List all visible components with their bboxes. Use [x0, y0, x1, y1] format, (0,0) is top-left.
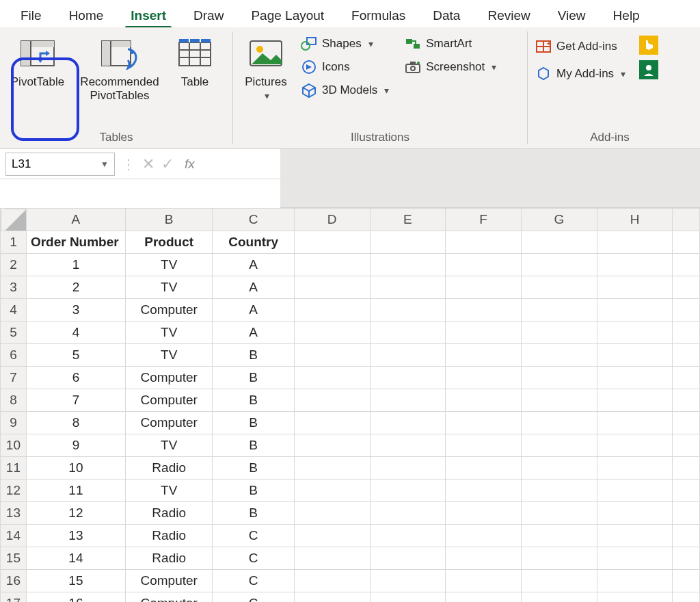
row-header[interactable]: 13	[1, 502, 27, 525]
cell[interactable]	[521, 276, 597, 299]
row-header[interactable]: 6	[1, 344, 27, 367]
cell[interactable]	[597, 547, 673, 570]
cell[interactable]	[597, 502, 673, 525]
cell[interactable]: C	[213, 570, 294, 592]
cell[interactable]	[294, 276, 370, 299]
cell[interactable]: Radio	[125, 547, 212, 570]
cell[interactable]	[597, 231, 673, 254]
cell[interactable]	[673, 389, 700, 412]
cell[interactable]: 15	[26, 570, 125, 592]
cell[interactable]: TV	[125, 276, 212, 299]
cell[interactable]	[673, 592, 700, 603]
cell[interactable]	[370, 254, 446, 276]
cell[interactable]	[597, 276, 673, 299]
row-header[interactable]: 14	[1, 525, 27, 547]
tab-home[interactable]: Home	[55, 4, 118, 27]
cell[interactable]	[673, 254, 700, 276]
cell[interactable]: Computer	[125, 570, 212, 592]
enter-icon[interactable]: ✓	[161, 155, 174, 173]
cell[interactable]	[370, 231, 446, 254]
tab-insert[interactable]: Insert	[117, 4, 180, 27]
cell[interactable]	[294, 502, 370, 525]
cell[interactable]	[370, 299, 446, 322]
cell[interactable]: 12	[26, 502, 125, 525]
cell[interactable]	[521, 547, 597, 570]
cell[interactable]: 1	[26, 254, 125, 276]
cell[interactable]	[446, 525, 522, 547]
cell[interactable]: A	[213, 322, 294, 344]
cell[interactable]: C	[213, 525, 294, 547]
cell[interactable]	[370, 457, 446, 480]
cell[interactable]	[294, 547, 370, 570]
smartart-button[interactable]: SmartArt	[401, 33, 499, 55]
cell[interactable]	[597, 570, 673, 592]
cell[interactable]	[673, 480, 700, 502]
cell[interactable]	[521, 322, 597, 344]
cell[interactable]: A	[213, 299, 294, 322]
cell[interactable]	[294, 254, 370, 276]
cell[interactable]: B	[213, 434, 294, 457]
cell[interactable]	[673, 344, 700, 367]
cell[interactable]	[521, 412, 597, 434]
cell[interactable]: B	[213, 480, 294, 502]
cell[interactable]	[446, 344, 522, 367]
cell[interactable]	[597, 367, 673, 389]
cell[interactable]	[294, 525, 370, 547]
column-header[interactable]: F	[446, 209, 522, 231]
cell[interactable]: B	[213, 457, 294, 480]
cell[interactable]: TV	[125, 322, 212, 344]
tab-help[interactable]: Help	[600, 4, 654, 27]
column-header[interactable]: G	[521, 209, 597, 231]
cell[interactable]	[597, 254, 673, 276]
row-header[interactable]: 1	[1, 231, 27, 254]
cell[interactable]	[294, 434, 370, 457]
cell[interactable]	[597, 592, 673, 603]
cell[interactable]: 8	[26, 412, 125, 434]
cell[interactable]: 16	[26, 592, 125, 603]
formula-input[interactable]	[280, 149, 700, 208]
cell[interactable]	[294, 231, 370, 254]
cell[interactable]	[673, 525, 700, 547]
cell[interactable]	[370, 367, 446, 389]
cell[interactable]	[446, 547, 522, 570]
cell[interactable]	[294, 389, 370, 412]
cell[interactable]: Computer	[125, 389, 212, 412]
column-header[interactable]: E	[370, 209, 446, 231]
cell[interactable]	[370, 547, 446, 570]
row-header[interactable]: 15	[1, 547, 27, 570]
cell[interactable]	[597, 457, 673, 480]
cell[interactable]	[673, 299, 700, 322]
people-tile-icon[interactable]	[639, 60, 658, 79]
cell[interactable]	[370, 434, 446, 457]
row-header[interactable]: 3	[1, 276, 27, 299]
cell[interactable]	[370, 570, 446, 592]
row-header[interactable]: 7	[1, 367, 27, 389]
my-addins-button[interactable]: My Add-ins ▾	[532, 63, 628, 85]
cell[interactable]	[446, 502, 522, 525]
row-header[interactable]: 2	[1, 254, 27, 276]
column-header[interactable]: H	[597, 209, 673, 231]
cell[interactable]	[370, 502, 446, 525]
cell[interactable]	[521, 299, 597, 322]
cell[interactable]	[673, 231, 700, 254]
cell[interactable]: TV	[125, 344, 212, 367]
cell[interactable]	[521, 480, 597, 502]
row-header[interactable]: 5	[1, 322, 27, 344]
cell[interactable]: A	[213, 254, 294, 276]
cell[interactable]	[521, 389, 597, 412]
cell[interactable]: B	[213, 344, 294, 367]
tab-formulas[interactable]: Formulas	[338, 4, 419, 27]
cell[interactable]	[446, 231, 522, 254]
row-header[interactable]: 4	[1, 299, 27, 322]
row-header[interactable]: 16	[1, 570, 27, 592]
cell[interactable]	[370, 525, 446, 547]
pictures-button[interactable]: Pictures▾	[237, 30, 295, 106]
cell[interactable]: Radio	[125, 525, 212, 547]
cell[interactable]	[294, 412, 370, 434]
cell[interactable]: 9	[26, 434, 125, 457]
cell[interactable]	[521, 434, 597, 457]
cell[interactable]	[521, 231, 597, 254]
tab-file[interactable]: File	[7, 4, 55, 27]
screenshot-button[interactable]: Screenshot ▾	[401, 56, 499, 78]
cell[interactable]	[370, 344, 446, 367]
